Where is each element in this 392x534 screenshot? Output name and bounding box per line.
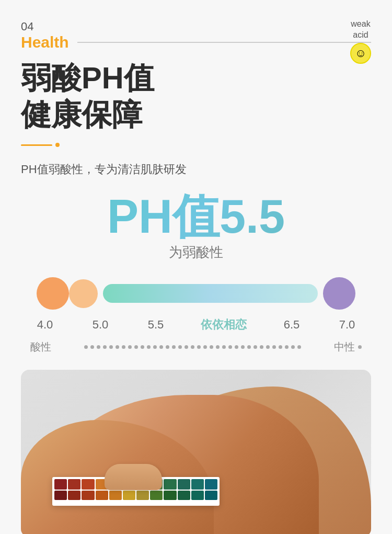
dot xyxy=(166,345,169,349)
ph-num-65: 6.5 xyxy=(281,318,302,332)
ph-num-5: 5.0 xyxy=(90,318,111,332)
ph-num-55: 5.5 xyxy=(145,318,166,332)
weak-acid-badge: weak acid ☺ xyxy=(350,19,371,64)
dot xyxy=(228,345,232,349)
neutral-label: 中性 xyxy=(334,340,355,354)
ph-bar-range xyxy=(103,284,318,303)
dot xyxy=(210,345,213,349)
ph-num-7: 7.0 xyxy=(337,318,358,332)
dot xyxy=(185,345,188,349)
ph-scale-row xyxy=(26,277,366,310)
dot xyxy=(178,345,182,349)
deco-line xyxy=(21,144,52,146)
ph-dots-row: 酸性 xyxy=(26,340,366,354)
ph-circle-7 xyxy=(323,277,355,310)
dot xyxy=(203,345,207,349)
ph-num-4: 4.0 xyxy=(34,318,55,332)
dot xyxy=(97,345,100,349)
dots-container xyxy=(51,345,334,349)
ph-sub-label: 为弱酸性 xyxy=(21,243,371,262)
main-title: 弱酸PH值 健康保障 xyxy=(21,60,371,132)
dot xyxy=(147,345,151,349)
dot xyxy=(291,345,295,349)
ph-value-section: PH值5.5 为弱酸性 xyxy=(21,193,371,262)
dot xyxy=(222,345,226,349)
dot xyxy=(279,345,282,349)
ph-circle-5 xyxy=(69,279,98,308)
dot xyxy=(285,345,289,349)
ph-scale-section: 4.0 5.0 5.5 依依相恋 6.5 7.0 酸性 xyxy=(21,277,371,354)
dot xyxy=(128,345,132,349)
dot xyxy=(272,345,276,349)
dot xyxy=(159,345,163,349)
dot xyxy=(247,345,251,349)
dot xyxy=(90,345,94,349)
section-number: 04 xyxy=(21,21,371,32)
dot xyxy=(241,345,245,349)
dot xyxy=(103,345,107,349)
page: 04 Health weak acid ☺ 弱酸PH值 健康保障 PH值弱酸性，… xyxy=(0,0,392,534)
acid-label: 酸性 xyxy=(30,340,51,354)
dot-right xyxy=(358,345,362,349)
image-section xyxy=(21,370,371,534)
dot xyxy=(260,345,263,349)
dot xyxy=(172,345,176,349)
dot xyxy=(297,345,301,349)
ph-label-yiyi: 依依相恋 xyxy=(201,317,247,333)
health-label: Health xyxy=(21,33,69,51)
dot xyxy=(253,345,257,349)
ph-circle-4 xyxy=(37,277,69,310)
ph-strip-image xyxy=(21,370,371,534)
dot xyxy=(109,345,113,349)
dot xyxy=(266,345,270,349)
dot xyxy=(84,345,88,349)
dot xyxy=(141,345,144,349)
dot xyxy=(216,345,220,349)
deco-dot xyxy=(55,143,60,147)
dot xyxy=(134,345,138,349)
dot xyxy=(235,345,238,349)
ph-big-value: PH值5.5 xyxy=(21,193,371,240)
smiley-icon: ☺ xyxy=(350,43,371,64)
ph-numbers-row: 4.0 5.0 5.5 依依相恋 6.5 7.0 xyxy=(26,317,366,333)
dot xyxy=(116,345,119,349)
subtitle: PH值弱酸性，专为清洁肌肤研发 xyxy=(21,162,371,177)
dot xyxy=(153,345,157,349)
header-line xyxy=(77,42,371,43)
dot xyxy=(197,345,201,349)
title-decoration xyxy=(21,143,371,147)
dot xyxy=(191,345,194,349)
dot xyxy=(122,345,125,349)
header-row: Health xyxy=(21,33,371,51)
weak-acid-text: weak acid xyxy=(351,19,370,41)
